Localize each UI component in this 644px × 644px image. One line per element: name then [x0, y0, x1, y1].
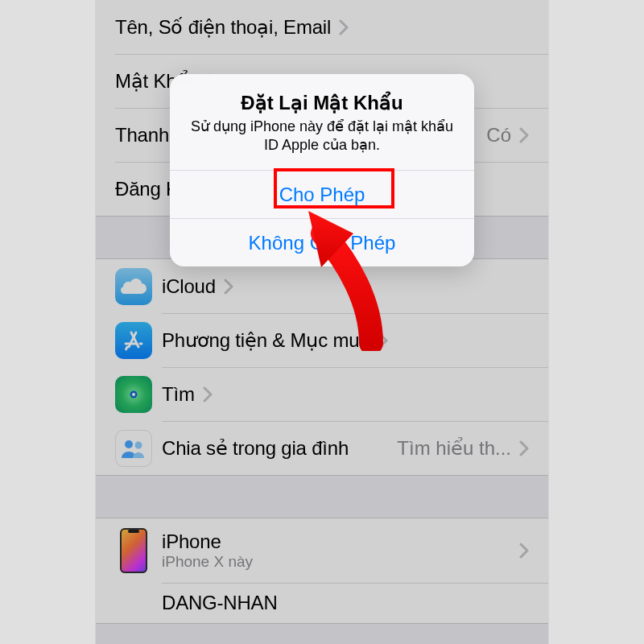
alert-title: Đặt Lại Mật Khẩu [189, 92, 455, 114]
deny-button[interactable]: Không Cho Phép [170, 218, 474, 266]
alert-message: Sử dụng iPhone này để đặt lại mật khẩu I… [189, 118, 455, 154]
settings-screen: Tên, Số điện thoại, Email Mật Khẩu Thanh… [95, 0, 549, 644]
allow-button[interactable]: Cho Phép [170, 170, 474, 218]
reset-password-alert: Đặt Lại Mật Khẩu Sử dụng iPhone này để đ… [170, 74, 474, 266]
alert-header: Đặt Lại Mật Khẩu Sử dụng iPhone này để đ… [170, 74, 474, 170]
